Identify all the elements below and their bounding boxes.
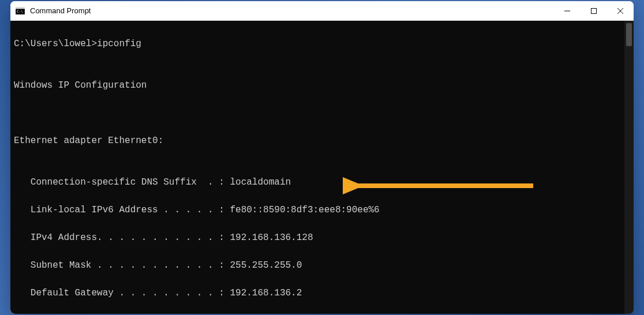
- prompt-line: C:\Users\lowel>ipconfig: [14, 37, 631, 51]
- window-title: Command Prompt: [30, 6, 554, 15]
- ipv6-address-line: Link-local IPv6 Address . . . . . : fe80…: [14, 203, 631, 217]
- maximize-button[interactable]: [581, 1, 607, 20]
- command-text: ipconfig: [97, 39, 141, 49]
- ipconfig-header: Windows IP Configuration: [14, 78, 631, 92]
- svg-rect-4: [591, 8, 597, 13]
- command-prompt-window: C:\ Command Prompt C:\Users\lowel>ipconf…: [10, 1, 634, 314]
- window-controls: [554, 1, 634, 20]
- svg-text:C:\: C:\: [17, 9, 23, 13]
- close-button[interactable]: [607, 1, 634, 20]
- dns-suffix-line: Connection-specific DNS Suffix . : local…: [14, 175, 631, 189]
- ipv4-address-line: IPv4 Address. . . . . . . . . . . : 192.…: [14, 231, 631, 245]
- minimize-button[interactable]: [554, 1, 581, 20]
- terminal-output[interactable]: C:\Users\lowel>ipconfig Windows IP Confi…: [10, 21, 634, 314]
- default-gateway-line: Default Gateway . . . . . . . . . : 192.…: [14, 286, 631, 300]
- app-icon: C:\: [15, 6, 25, 16]
- subnet-mask-line: Subnet Mask . . . . . . . . . . . : 255.…: [14, 258, 631, 272]
- adapter-title: Ethernet adapter Ethernet0:: [14, 134, 631, 148]
- prompt: C:\Users\lowel>: [14, 39, 97, 49]
- scrollbar-track[interactable]: [624, 21, 634, 314]
- scrollbar-thumb[interactable]: [626, 23, 632, 46]
- titlebar[interactable]: C:\ Command Prompt: [10, 1, 634, 21]
